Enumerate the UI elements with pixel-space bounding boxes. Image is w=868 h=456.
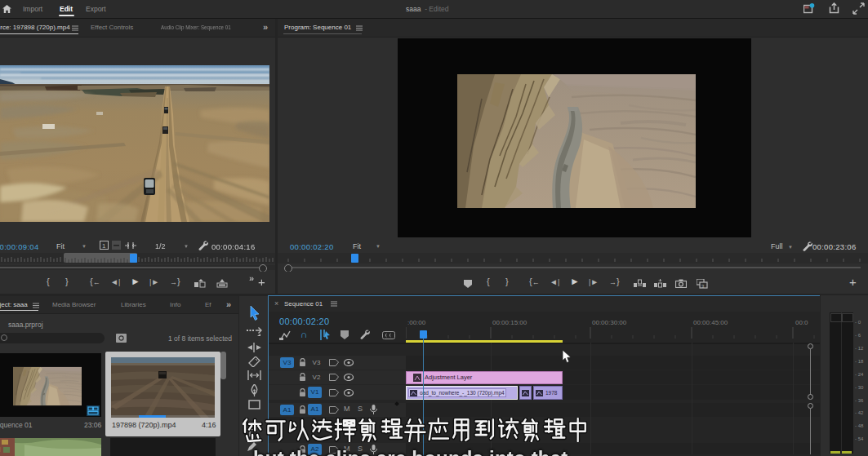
svg-text:1: 1 bbox=[102, 242, 106, 250]
